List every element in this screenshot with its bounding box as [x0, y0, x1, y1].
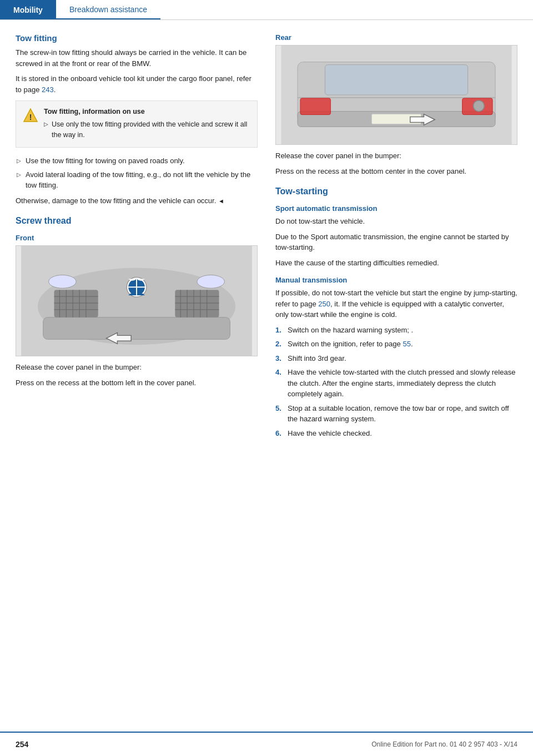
warning-item-1: Use only the tow fitting provided with t… [44, 119, 250, 140]
step-2-text: Switch on the ignition, refer to page 55… [288, 340, 413, 348]
step-2-num: 2. [275, 339, 281, 350]
front-press: Press on the recess at the bottom left i… [16, 377, 258, 389]
manual-title: Manual transmission [275, 276, 517, 284]
svg-rect-14 [175, 290, 219, 317]
warning-icon: ! [23, 108, 38, 123]
svg-point-23 [49, 275, 77, 289]
tow-starting-title: Tow-starting [275, 187, 517, 196]
tow-fitting-p2-post: . [54, 85, 56, 94]
page-header: Mobility Breakdown assistance [0, 0, 533, 20]
step-5-text: Stop at a suitable location, remove the … [288, 404, 509, 424]
tow-fitting-p3: Otherwise, damage to the tow fitting and… [16, 195, 258, 206]
step-3: 3. Shift into 3rd gear. [275, 353, 517, 364]
svg-point-24 [197, 275, 225, 289]
sport-auto-p3: Have the cause of the starting difficult… [275, 258, 517, 269]
sport-auto-title: Sport automatic transmission [275, 204, 517, 213]
step-2: 2. Switch on the ignition, refer to page… [275, 339, 517, 350]
svg-rect-36 [300, 98, 330, 115]
step-6: 6. Have the vehicle checked. [275, 428, 517, 439]
end-mark [218, 196, 224, 205]
manual-p1: If possible, do not tow-start the vehicl… [275, 288, 517, 320]
warning-content: Tow fitting, information on use Use only… [44, 107, 250, 142]
step-1-text: Switch on the hazard warning system; . [288, 326, 413, 334]
tow-fitting-p1: The screw-in tow fitting should always b… [16, 47, 258, 69]
left-column: Tow fitting The screw-in tow fitting sho… [16, 33, 258, 443]
page-footer: 254 Online Edition for Part no. 01 40 2 … [0, 732, 533, 756]
page-link-250[interactable]: 250 [318, 300, 330, 308]
tab-mobility-label: Mobility [13, 6, 43, 14]
rear-bumper-image: MV092CMA [275, 45, 517, 145]
tow-fitting-p2: It is stored in the onboard vehicle tool… [16, 73, 258, 95]
warning-box: ! Tow fitting, information on use Use on… [16, 100, 258, 148]
right-column: Rear [275, 33, 517, 443]
screw-thread-title: Screw thread [16, 216, 258, 226]
warning-list: Use only the tow fitting provided with t… [44, 119, 250, 140]
bullet-list: Use the tow fitting for towing on paved … [16, 155, 258, 191]
page-link-55[interactable]: 55 [403, 340, 410, 348]
step-5: 5. Stop at a suitable location, remove t… [275, 403, 517, 425]
tab-mobility[interactable]: Mobility [0, 0, 56, 19]
warning-title: Tow fitting, information on use [44, 107, 250, 117]
steps-list: 1. Switch on the hazard warning system; … [275, 325, 517, 439]
sport-auto-p2: Due to the Sport automatic transmission,… [275, 231, 517, 253]
tow-fitting-title: Tow fitting [16, 33, 258, 43]
rear-release: Release the cover panel in the bumper: [275, 150, 517, 162]
footer-text: Online Edition for Part no. 01 40 2 957 … [371, 740, 517, 748]
main-content: Tow fitting The screw-in tow fitting sho… [0, 20, 533, 476]
svg-text:!: ! [29, 113, 32, 122]
page-link-243[interactable]: 243 [42, 85, 54, 94]
sport-auto-p1: Do not tow-start the vehicle. [275, 216, 517, 227]
step-4-text: Have the vehicle tow-started with the cl… [288, 368, 515, 398]
rear-press: Press on the recess at the bottom center… [275, 166, 517, 177]
bullet-item-1: Use the tow fitting for towing on paved … [16, 155, 258, 167]
rear-subtitle: Rear [275, 33, 517, 42]
tab-breakdown[interactable]: Breakdown assistance [56, 0, 160, 19]
rear-bumper-svg: MV092CMA [276, 46, 517, 144]
front-release: Release the cover panel in the bumper: [16, 362, 258, 373]
step-4: 4. Have the vehicle tow-started with the… [275, 367, 517, 400]
step-3-num: 3. [275, 353, 281, 364]
step-5-num: 5. [275, 403, 281, 414]
bullet-item-2: Avoid lateral loading of the tow fitting… [16, 169, 258, 191]
step-1: 1. Switch on the hazard warning system; … [275, 325, 517, 336]
svg-rect-5 [54, 290, 98, 317]
front-bumper-svg: MV093210MA [16, 246, 257, 356]
step-6-text: Have the vehicle checked. [288, 429, 372, 437]
svg-rect-4 [43, 317, 230, 340]
step-3-text: Shift into 3rd gear. [288, 354, 346, 362]
svg-point-39 [473, 100, 484, 112]
step-4-num: 4. [275, 367, 281, 378]
front-bumper-image: MV093210MA [16, 245, 258, 356]
front-subtitle: Front [16, 234, 258, 242]
svg-rect-33 [325, 65, 467, 95]
step-6-num: 6. [275, 428, 281, 439]
tab-breakdown-label: Breakdown assistance [69, 5, 147, 14]
step-1-num: 1. [275, 325, 281, 336]
page-number: 254 [16, 740, 28, 749]
